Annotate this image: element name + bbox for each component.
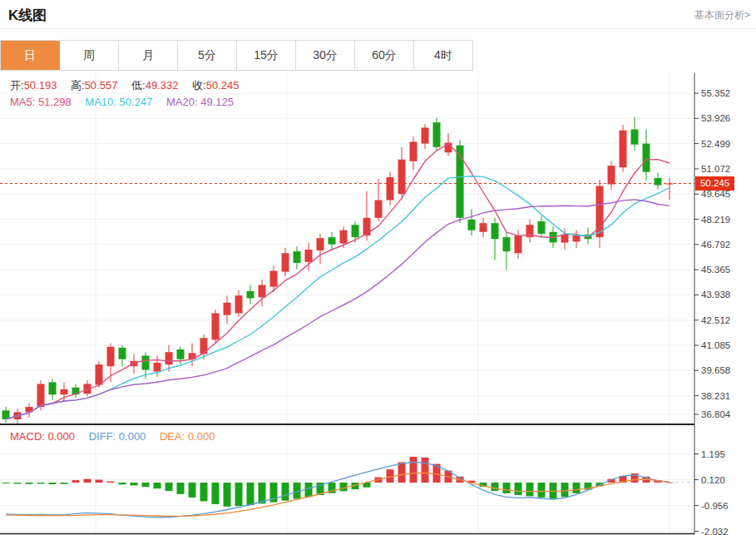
macd-bar[interactable] <box>503 483 511 493</box>
candle[interactable] <box>573 235 581 241</box>
candle[interactable] <box>561 235 569 243</box>
candle[interactable] <box>235 295 243 313</box>
macd-bar[interactable] <box>224 483 231 507</box>
macd-bar[interactable] <box>84 479 91 483</box>
candle[interactable] <box>166 352 173 364</box>
macd-bar[interactable] <box>61 483 68 484</box>
candle[interactable] <box>363 218 371 235</box>
candle[interactable] <box>352 225 359 237</box>
macd-bar[interactable] <box>398 463 406 483</box>
candle[interactable] <box>655 178 662 185</box>
interval-tab-bar: 日 周 月 5分 15分 30分 60分 4时 <box>0 40 473 71</box>
macd-bar[interactable] <box>2 483 10 483</box>
ohlc-legend: 开:50.193 高:50.557 低:49.332 收:50.245 <box>10 78 250 93</box>
candle[interactable] <box>538 221 546 234</box>
candle[interactable] <box>340 230 348 244</box>
y-axis-label: 43.938 <box>701 290 730 300</box>
candle[interactable] <box>119 348 126 359</box>
macd-bar[interactable] <box>119 483 126 484</box>
ohlc-high: 高:50.557 <box>71 79 117 92</box>
candle[interactable] <box>270 271 278 287</box>
macd-value-legend: MACD: 0.000 <box>10 430 75 443</box>
macd-bar[interactable] <box>72 480 80 483</box>
candle[interactable] <box>410 141 418 161</box>
macd-bar[interactable] <box>492 483 499 491</box>
tab-day[interactable]: 日 <box>1 41 60 70</box>
macd-bar[interactable] <box>200 483 208 501</box>
candle[interactable] <box>96 364 103 384</box>
candle[interactable] <box>422 127 429 143</box>
candle[interactable] <box>492 223 499 239</box>
candle[interactable] <box>212 313 220 339</box>
macd-bar[interactable] <box>212 483 220 504</box>
ma5-legend: MA5: 51.298 <box>10 96 72 108</box>
chart-header: K线图 基本面分析> <box>0 0 756 29</box>
tab-week[interactable]: 周 <box>60 41 119 70</box>
candle[interactable] <box>177 349 185 359</box>
candle[interactable] <box>329 237 336 244</box>
macd-bar[interactable] <box>515 483 522 495</box>
candle[interactable] <box>224 303 231 315</box>
candle[interactable] <box>107 347 115 366</box>
tab-60min[interactable]: 60分 <box>355 41 414 70</box>
fundamental-analysis-link[interactable]: 基本面分析> <box>694 8 750 22</box>
tab-15min[interactable]: 15分 <box>237 41 296 70</box>
candle[interactable] <box>305 250 313 262</box>
candle[interactable] <box>49 382 57 394</box>
candle[interactable] <box>643 144 650 172</box>
macd-bar[interactable] <box>26 483 33 484</box>
candle[interactable] <box>433 122 441 147</box>
macd-bar[interactable] <box>177 483 185 494</box>
tab-5min[interactable]: 5分 <box>178 41 237 70</box>
candle[interactable] <box>247 291 254 298</box>
macd-bar[interactable] <box>573 483 581 493</box>
y-axis-label: 52.499 <box>701 139 730 149</box>
macd-bar[interactable] <box>538 483 546 498</box>
candle[interactable] <box>620 131 627 168</box>
candle[interactable] <box>387 177 394 201</box>
macd-bar[interactable] <box>49 483 57 484</box>
candle[interactable] <box>259 285 266 297</box>
macd-bar[interactable] <box>96 480 103 483</box>
ohlc-close: 收:50.245 <box>192 79 239 92</box>
candle[interactable] <box>61 389 68 394</box>
candle[interactable] <box>142 355 150 369</box>
candle[interactable] <box>154 363 161 372</box>
candle[interactable] <box>282 253 289 271</box>
macd-bar[interactable] <box>422 458 429 483</box>
macd-bar[interactable] <box>154 483 161 488</box>
macd-bar[interactable] <box>142 483 150 487</box>
macd-bar[interactable] <box>561 483 569 497</box>
tab-30min[interactable]: 30分 <box>296 41 355 70</box>
macd-bar[interactable] <box>247 483 254 505</box>
candle[interactable] <box>468 220 476 230</box>
macd-bar[interactable] <box>235 483 243 506</box>
ma-legend: MA5: 51.298 MA10: 50.247 MA20: 49.125 <box>10 96 245 108</box>
macd-bar[interactable] <box>189 483 196 498</box>
candle[interactable] <box>375 201 383 218</box>
candle[interactable] <box>37 384 45 407</box>
macd-bar[interactable] <box>526 483 534 496</box>
macd-bar[interactable] <box>131 483 138 485</box>
candle[interactable] <box>480 223 487 232</box>
macd-bar[interactable] <box>107 482 115 483</box>
tab-month[interactable]: 月 <box>119 41 178 70</box>
tab-4hour[interactable]: 4时 <box>414 41 472 70</box>
macd-bar[interactable] <box>282 483 289 501</box>
y-axis-label: 42.512 <box>701 315 730 325</box>
candle[interactable] <box>294 251 301 263</box>
candle[interactable] <box>398 160 406 194</box>
candle[interactable] <box>608 166 615 184</box>
macd-bar[interactable] <box>166 483 173 491</box>
candle[interactable] <box>515 235 522 253</box>
candle[interactable] <box>503 237 511 251</box>
candle[interactable] <box>317 238 324 250</box>
y-axis-label: 51.072 <box>701 164 730 174</box>
candle[interactable] <box>666 183 674 184</box>
macd-bar[interactable] <box>14 483 22 483</box>
macd-bar[interactable] <box>410 457 418 483</box>
candle[interactable] <box>631 130 639 145</box>
macd-y-axis-label: 1.195 <box>701 449 725 459</box>
macd-bar[interactable] <box>37 483 45 483</box>
y-axis-label: 55.352 <box>701 88 730 98</box>
